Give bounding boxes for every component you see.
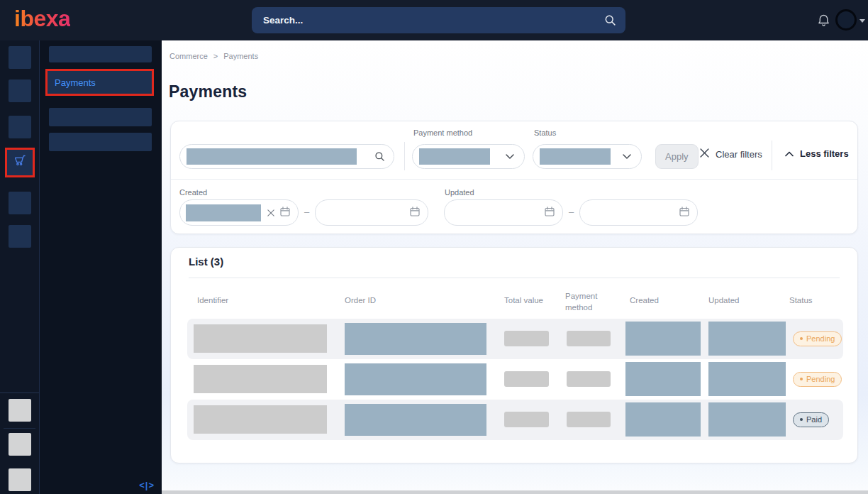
redacted-selected-value xyxy=(540,148,611,165)
global-search xyxy=(252,7,625,33)
updated-to-date-input[interactable] xyxy=(579,199,698,226)
created-placeholder xyxy=(625,362,701,396)
column-header-payment-method: Payment method xyxy=(565,291,608,313)
calendar-icon[interactable] xyxy=(679,206,690,220)
table-row[interactable]: Paid xyxy=(187,400,843,440)
filter-search-input[interactable] xyxy=(179,144,394,169)
apply-button[interactable]: Apply xyxy=(655,144,699,169)
breadcrumb-item-commerce[interactable]: Commerce xyxy=(169,52,208,60)
table-row[interactable]: Pending xyxy=(187,319,843,359)
submenu-item-placeholder[interactable] xyxy=(49,108,152,126)
main-content: Commerce > Payments Payments Payment met… xyxy=(162,40,868,494)
commerce-menu-item-highlighted[interactable] xyxy=(5,148,35,177)
search-icon[interactable] xyxy=(604,14,616,26)
status-badge: Paid xyxy=(793,412,829,427)
shopping-cart-icon xyxy=(12,153,28,172)
less-filters-toggle[interactable]: Less filters xyxy=(785,148,849,159)
status-label: Status xyxy=(534,128,556,137)
calendar-icon[interactable] xyxy=(409,206,421,220)
menu-item-placeholder[interactable] xyxy=(9,79,31,102)
status-select[interactable] xyxy=(533,144,642,169)
user-avatar[interactable] xyxy=(835,9,857,31)
created-label: Created xyxy=(179,188,207,197)
payments-link: Payments xyxy=(48,77,96,88)
date-range-dash: – xyxy=(304,207,309,217)
menu-item-placeholder[interactable] xyxy=(9,116,31,138)
column-header-total-value: Total value xyxy=(504,296,543,304)
column-header-status: Status xyxy=(789,296,813,304)
less-filters-label: Less filters xyxy=(800,148,849,159)
total-value-placeholder xyxy=(504,412,549,427)
updated-placeholder xyxy=(708,362,786,396)
menu-item-placeholder[interactable] xyxy=(9,192,31,214)
submenu-item-placeholder[interactable] xyxy=(49,46,152,62)
payments-list-panel: List (3) Identifier Order ID Total value… xyxy=(170,247,858,463)
clear-date-icon[interactable] xyxy=(267,207,274,219)
status-badge-label: Pending xyxy=(806,334,835,343)
horizontal-scrollbar[interactable] xyxy=(162,490,868,494)
ibexa-logo[interactable]: ibexa xyxy=(14,6,70,32)
filter-divider xyxy=(404,142,405,170)
table-header-row: Identifier Order ID Total value Payment … xyxy=(187,287,843,316)
order-id-placeholder xyxy=(345,323,486,355)
bottom-menu-item-placeholder[interactable] xyxy=(9,433,31,456)
identifier-placeholder xyxy=(194,324,327,353)
redacted-search-value xyxy=(187,148,357,165)
sidebar-resize-handle-icon[interactable]: <|> xyxy=(139,480,155,490)
payment-method-placeholder xyxy=(567,331,611,346)
payment-method-placeholder xyxy=(567,412,611,427)
ibexa-admin-window: ibexa xyxy=(0,0,868,494)
chevron-up-icon xyxy=(785,148,794,159)
redacted-date-value xyxy=(186,204,261,221)
payment-method-select[interactable] xyxy=(412,144,525,169)
date-range-dash: – xyxy=(569,207,574,217)
total-value-placeholder xyxy=(504,331,549,346)
list-divider xyxy=(189,278,840,278)
total-value-placeholder xyxy=(504,371,549,387)
status-badge: Pending xyxy=(793,372,842,387)
rail-divider xyxy=(0,393,39,393)
list-title: List (3) xyxy=(189,256,223,268)
filters-panel: Payment method Status Apply xyxy=(170,121,858,234)
column-header-identifier: Identifier xyxy=(197,296,228,304)
status-dot-icon xyxy=(800,337,803,340)
payment-method-label: Payment method xyxy=(413,128,472,137)
filters-row-divider xyxy=(171,179,857,180)
identifier-placeholder xyxy=(194,405,327,434)
close-icon xyxy=(700,148,709,160)
calendar-icon[interactable] xyxy=(279,206,291,220)
payment-method-placeholder xyxy=(567,371,611,387)
menu-item-placeholder[interactable] xyxy=(9,46,31,69)
breadcrumb: Commerce > Payments xyxy=(169,52,258,60)
menu-item-placeholder[interactable] xyxy=(9,225,31,248)
column-header-updated: Updated xyxy=(708,296,739,304)
table-row[interactable]: Pending xyxy=(187,359,843,400)
created-from-date-input[interactable] xyxy=(179,199,299,226)
calendar-icon[interactable] xyxy=(544,206,555,220)
notifications-bell-icon[interactable] xyxy=(816,12,831,31)
chevron-down-icon xyxy=(623,154,631,159)
order-id-placeholder xyxy=(345,404,486,436)
redacted-selected-value xyxy=(419,148,490,165)
submenu-item-payments-highlighted[interactable]: Payments xyxy=(45,69,154,96)
status-badge: Pending xyxy=(793,331,842,346)
user-menu-caret-icon[interactable] xyxy=(859,19,865,23)
bottom-menu-item-placeholder[interactable] xyxy=(9,468,31,491)
bottom-menu-item-placeholder[interactable] xyxy=(9,399,31,422)
column-header-order-id: Order ID xyxy=(345,296,376,304)
created-to-date-input[interactable] xyxy=(315,199,428,226)
breadcrumb-separator: > xyxy=(213,52,218,60)
breadcrumb-item-payments: Payments xyxy=(223,52,258,60)
page-title: Payments xyxy=(169,82,247,101)
clear-filters-button[interactable]: Clear filters xyxy=(700,148,762,160)
top-bar: ibexa xyxy=(0,0,868,40)
identifier-placeholder xyxy=(194,365,327,393)
global-search-input[interactable] xyxy=(252,7,604,33)
updated-placeholder xyxy=(708,402,786,437)
search-icon[interactable] xyxy=(374,151,385,162)
submenu-item-placeholder[interactable] xyxy=(49,133,152,151)
status-dot-icon xyxy=(800,418,803,421)
updated-from-date-input[interactable] xyxy=(444,199,563,226)
column-header-created: Created xyxy=(630,296,659,304)
filter-divider xyxy=(772,141,772,170)
